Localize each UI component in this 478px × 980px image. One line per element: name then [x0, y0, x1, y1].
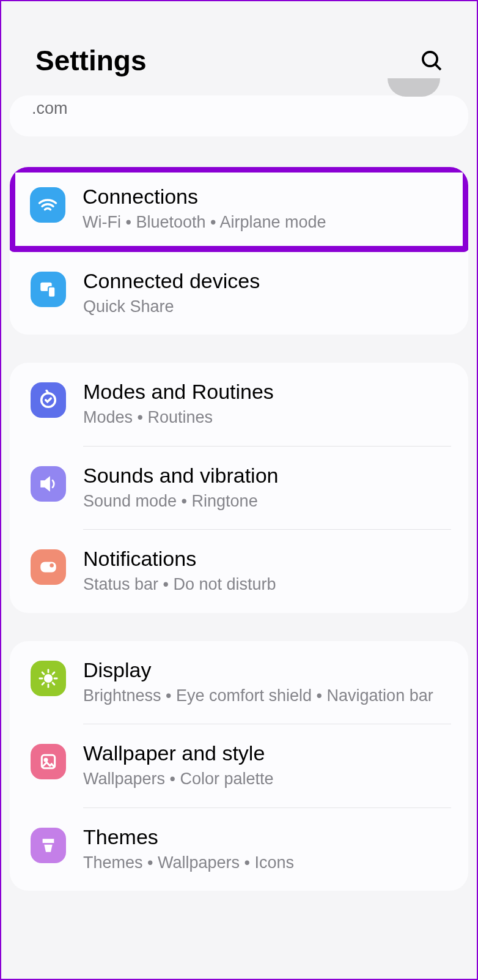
item-subtitle: Status bar • Do not disturb — [83, 573, 451, 595]
account-card[interactable]: .com — [10, 95, 468, 136]
item-subtitle: Sound mode • Ringtone — [83, 490, 451, 512]
wifi-icon — [30, 187, 65, 223]
svg-line-1 — [435, 64, 441, 70]
themes-icon — [31, 828, 66, 863]
settings-item-connections[interactable]: Connections Wi-Fi • Bluetooth • Airplane… — [10, 167, 468, 252]
settings-item-themes[interactable]: Themes Themes • Wallpapers • Icons — [10, 808, 468, 891]
sound-icon — [31, 466, 66, 502]
item-subtitle: Wi-Fi • Bluetooth • Airplane mode — [83, 211, 446, 233]
routines-icon — [31, 382, 66, 418]
item-title: Wallpaper and style — [83, 741, 451, 765]
settings-item-sounds-vibration[interactable]: Sounds and vibration Sound mode • Ringto… — [10, 447, 468, 530]
settings-item-connected-devices[interactable]: Connected devices Quick Share — [10, 252, 468, 335]
svg-rect-5 — [40, 562, 56, 573]
account-email-remnant: .com — [32, 99, 68, 117]
item-title: Notifications — [83, 547, 451, 571]
svg-point-0 — [423, 52, 437, 66]
settings-group-display: Display Brightness • Eye comfort shield … — [10, 641, 468, 891]
item-title: Sounds and vibration — [83, 464, 451, 488]
svg-line-13 — [53, 683, 54, 685]
settings-item-wallpaper-style[interactable]: Wallpaper and style Wallpapers • Color p… — [10, 724, 468, 807]
settings-item-notifications[interactable]: Notifications Status bar • Do not distur… — [10, 530, 468, 613]
settings-group-connections: Connections Wi-Fi • Bluetooth • Airplane… — [10, 167, 468, 335]
item-subtitle: Wallpapers • Color palette — [83, 768, 451, 790]
settings-group-modes: Modes and Routines Modes • Routines Soun… — [10, 363, 468, 613]
wallpaper-icon — [31, 744, 66, 779]
search-button[interactable] — [417, 46, 446, 75]
item-subtitle: Quick Share — [83, 295, 451, 317]
item-subtitle: Modes • Routines — [83, 406, 451, 428]
item-title: Themes — [83, 825, 451, 849]
svg-point-17 — [45, 759, 47, 762]
item-subtitle: Themes • Wallpapers • Icons — [83, 852, 451, 874]
notification-icon — [31, 549, 66, 585]
svg-point-6 — [50, 563, 54, 568]
item-subtitle: Brightness • Eye comfort shield • Naviga… — [83, 685, 451, 707]
page-title: Settings — [35, 44, 146, 77]
item-title: Display — [83, 658, 451, 682]
settings-item-modes-routines[interactable]: Modes and Routines Modes • Routines — [10, 363, 468, 446]
svg-line-15 — [53, 672, 54, 674]
brightness-icon — [31, 661, 66, 696]
svg-rect-3 — [48, 286, 55, 297]
svg-line-14 — [42, 683, 44, 685]
search-icon — [419, 48, 444, 73]
svg-line-12 — [42, 672, 44, 674]
item-title: Modes and Routines — [83, 380, 451, 404]
devices-icon — [31, 272, 66, 307]
item-title: Connections — [83, 185, 446, 209]
item-title: Connected devices — [83, 269, 451, 293]
svg-point-7 — [45, 675, 51, 681]
settings-item-display[interactable]: Display Brightness • Eye comfort shield … — [10, 641, 468, 724]
